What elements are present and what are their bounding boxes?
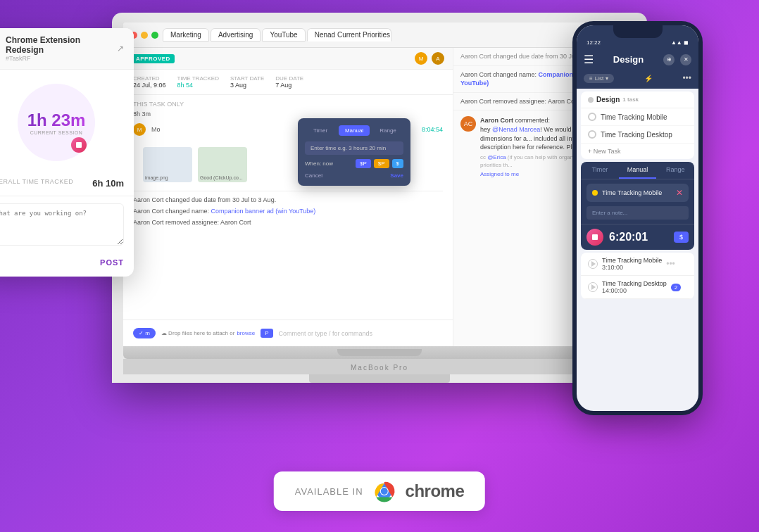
laptop-screen: Marketing Advertising YouTube Nenad Curr…: [123, 23, 636, 346]
post-button[interactable]: POST: [100, 258, 124, 267]
phone-tab-range[interactable]: Range: [656, 162, 694, 179]
stop-icon: [592, 234, 598, 240]
close-task-button[interactable]: ✕: [676, 188, 683, 198]
phone-stop-button[interactable]: [586, 229, 603, 246]
chrome-text: chrome: [406, 481, 465, 501]
status-badge: APPROVED: [132, 54, 175, 63]
phone: 12:22 ▲▲ ◼ ☰ Design ⊕ ✕ ≡ List ▾ ⚡ •••: [572, 21, 703, 415]
submit-badge: P: [261, 329, 272, 338]
browser-tabs: Marketing Advertising YouTube Nenad Curr…: [163, 28, 629, 42]
note-input[interactable]: Enter a note...: [586, 206, 689, 220]
timer-tab[interactable]: Timer: [305, 125, 336, 136]
laptop: Marketing Advertising YouTube Nenad Curr…: [112, 13, 647, 383]
task-meta: CREATED 24 Jul, 9:06 TIME TRACKED 8h 54 …: [133, 75, 303, 89]
working-on-textarea[interactable]: [0, 203, 124, 246]
more-icon[interactable]: •••: [682, 73, 691, 83]
laptop-wrapper: Marketing Advertising YouTube Nenad Curr…: [112, 13, 647, 383]
save-button[interactable]: Save: [390, 172, 403, 179]
stop-button[interactable]: [71, 137, 87, 153]
task-avatar: M: [133, 123, 146, 136]
task-bottom-bar: ✓ m ☁ Drop files here to attach or brows…: [123, 319, 453, 346]
section-header: Design 1 task: [581, 91, 694, 108]
ext-header: ← Chrome Extension Redesign #TaskRF ↗: [0, 28, 134, 70]
phone-tab-timer[interactable]: Timer: [581, 162, 619, 179]
phone-add-time-btn[interactable]: $: [674, 232, 689, 243]
checkbox-2[interactable]: [588, 130, 596, 139]
play-icon-1: [591, 261, 596, 267]
open-icon[interactable]: ↗: [117, 44, 124, 53]
hamburger-icon[interactable]: ☰: [584, 53, 594, 66]
range-tab[interactable]: Range: [372, 125, 403, 136]
tab-advertising[interactable]: Advertising: [211, 28, 261, 42]
task-icons: M A: [415, 52, 444, 65]
browser-content: APPROVED M A CREATED 24 Jul, 9:06: [123, 48, 636, 346]
meta-start: START DATE 3 Aug: [230, 75, 264, 89]
checkbox-1[interactable]: [588, 113, 596, 121]
search-icon[interactable]: ⊕: [663, 54, 675, 65]
cancel-button[interactable]: Cancel: [305, 172, 322, 179]
add-task-button[interactable]: + New Task: [581, 144, 694, 159]
traffic-lights: [130, 32, 158, 39]
timer-label: CURRENT SESSION: [30, 130, 83, 135]
filter-icon[interactable]: ⚡: [644, 75, 653, 82]
task-header: APPROVED M A: [123, 48, 453, 70]
available-text: AVAILABLE IN: [295, 486, 363, 497]
play-button-1[interactable]: [588, 259, 598, 269]
task-time-row: 8h 3m: [133, 110, 443, 118]
time-btn-1[interactable]: $P: [356, 159, 371, 168]
list-toggle[interactable]: ≡ List ▾: [584, 74, 614, 83]
tracked-item-1: Time Tracking Mobile 3:10:00 •••: [581, 253, 694, 276]
task-title-bar: CREATED 24 Jul, 9:06 TIME TRACKED 8h 54 …: [123, 70, 453, 95]
tab-marketing[interactable]: Marketing: [163, 28, 209, 42]
time-btn-2[interactable]: $P: [374, 159, 389, 168]
phone-toolbar: ≡ List ▾ ⚡ •••: [577, 70, 698, 89]
browser-bar: Marketing Advertising YouTube Nenad Curr…: [123, 23, 636, 48]
phone-timer-time: 6:20:01: [609, 231, 674, 243]
avatar: M: [415, 52, 427, 65]
tab-youtube[interactable]: YouTube: [262, 28, 305, 42]
timer-display: 1h 23m: [27, 110, 86, 130]
more-button-1[interactable]: •••: [666, 259, 675, 269]
list-item-2[interactable]: Time Tracking Desktop: [581, 126, 694, 144]
play-button-2[interactable]: [588, 282, 598, 292]
post-row: POST: [0, 255, 134, 277]
phone-screen: 12:22 ▲▲ ◼ ☰ Design ⊕ ✕ ≡ List ▾ ⚡ •••: [577, 25, 698, 411]
activity-2: Aaron Cort changed name: Companion banne…: [133, 205, 443, 217]
phone-tracked-list: Time Tracking Mobile 3:10:00 ••• Time Tr…: [581, 253, 694, 299]
assignee-chip: ✓ m: [133, 328, 156, 338]
overall-value: 6h 10m: [92, 178, 124, 189]
meta-tracked: TIME TRACKED 8h 54: [177, 75, 219, 89]
phone-title: Design: [613, 54, 644, 65]
meta-due: DUE DATE 7 Aug: [275, 75, 303, 89]
tab-nenad[interactable]: Nenad Current Priorities ✕: [307, 28, 391, 42]
overall-label: OVERALL TIME TRACKED: [0, 178, 73, 189]
laptop-base: [123, 346, 636, 359]
meta-created: CREATED 24 Jul, 9:06: [133, 75, 166, 89]
comment-hint: Comment or type / for commands: [279, 330, 373, 337]
phone-timer-tabs: Timer Manual Range: [581, 162, 694, 179]
time-tracking-popup: Timer Manual Range Enter time e.g. 3 hou…: [298, 118, 410, 186]
time-btn-3[interactable]: $: [392, 159, 403, 168]
active-task-row: Time Tracking Mobile ✕: [586, 184, 689, 202]
laptop-brand: MacBook Pro: [123, 359, 636, 374]
attach-button[interactable]: ☁ Drop files here to attach or browse: [161, 330, 255, 336]
traffic-light-green[interactable]: [151, 32, 158, 39]
stop-icon: [76, 142, 82, 148]
time-when-row: When: now $P $P $: [305, 159, 403, 168]
chrome-badge[interactable]: AVAILABLE IN chrome: [274, 471, 485, 511]
phone-time: 12:22: [586, 39, 601, 46]
time-input[interactable]: Enter time e.g. 3 hours 20 min: [305, 141, 403, 155]
laptop-notch: [337, 349, 422, 356]
phone-tab-manual[interactable]: Manual: [619, 162, 657, 179]
activity-log: Aaron Cort changed due date from 30 Jul …: [133, 191, 443, 231]
tracked-item-2: Time Tracking Desktop 14:00:00 2: [581, 276, 694, 299]
manual-tab[interactable]: Manual: [339, 125, 370, 136]
phone-status-icons: ▲▲ ◼: [671, 39, 689, 46]
timer-circle: 1h 23m CURRENT SESSION: [18, 84, 95, 161]
list-item-1[interactable]: Time Tracking Mobile: [581, 108, 694, 126]
task-panel: APPROVED M A CREATED 24 Jul, 9:06: [123, 48, 453, 346]
phone-list: Design 1 task Time Tracking Mobile Time …: [577, 91, 698, 299]
settings-icon[interactable]: ✕: [680, 54, 691, 65]
ext-timer-section: 1h 23m CURRENT SESSION: [0, 70, 134, 178]
traffic-light-yellow[interactable]: [141, 32, 148, 39]
